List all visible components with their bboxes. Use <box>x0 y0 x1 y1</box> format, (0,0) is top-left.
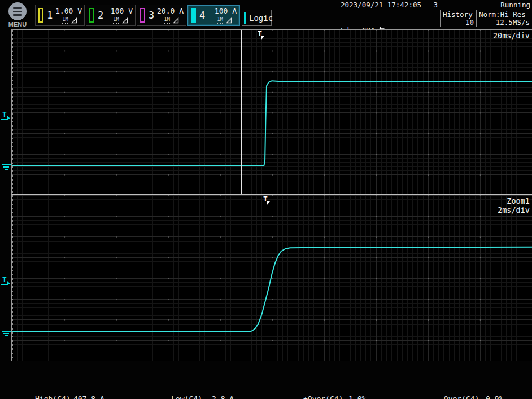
record-mode: Norm:Hi-Res <box>479 11 530 19</box>
low-value: 3.8 A <box>212 395 234 399</box>
history-value: 10 <box>465 18 474 27</box>
zoom-timebase-label: 2ms/div <box>498 205 530 214</box>
ground-level-marker-zoom[interactable] <box>1 331 11 337</box>
measurement-high-rise: High(C4)407.8 A Rise(C4)0.86832ms <box>35 379 113 399</box>
menu-button[interactable]: MENU <box>5 1 30 28</box>
logic-label: Logic <box>249 14 273 23</box>
channel-2-color-bar <box>89 8 94 23</box>
menu-button-label: MENU <box>5 21 30 28</box>
waveform-ch4-main <box>12 30 532 195</box>
trigger-position-marker-zoom[interactable]: T <box>263 196 271 205</box>
channel-4-box[interactable]: 4 100 A 1M <box>187 5 240 26</box>
ground-level-marker-main[interactable] <box>1 164 11 171</box>
history-cell[interactable]: History 10 <box>440 10 476 27</box>
pover-value: 1.0% <box>348 395 366 399</box>
sample-rate: 12.5MS/s <box>496 18 530 27</box>
low-label: Low(C4) <box>163 395 202 399</box>
history-label: History <box>443 11 474 19</box>
channel-2-scale: 100 V <box>111 7 133 15</box>
impedance-1m-icon: 1M <box>62 16 68 24</box>
channel-4-scale: 100 A <box>215 7 237 15</box>
impedance-1m-icon: 1M <box>164 16 170 24</box>
record-cell[interactable]: Norm:Hi-Res 12.5MS/s <box>476 10 532 27</box>
impedance-1m-icon: 1M <box>113 16 119 24</box>
status-row-top: 2023/09/21 17:42:05 3 Running <box>338 0 532 10</box>
measurement-pos-overshoot: +Over(C4)1.0% <box>303 379 366 399</box>
zoom-title: Zoom1 <box>498 196 530 205</box>
hamburger-menu-icon <box>8 2 27 20</box>
acquisition-count: 3 <box>433 1 438 9</box>
probe-icon <box>71 17 77 24</box>
channel-4-number: 4 <box>199 10 207 21</box>
zoom-region-right-line[interactable] <box>294 30 294 194</box>
measurement-neg-overshoot: -Over(C4)0.9% <box>439 379 503 399</box>
high-value: 407.8 A <box>73 395 104 399</box>
run-state: Running <box>500 1 530 9</box>
probe-icon <box>226 17 232 24</box>
probe-icon <box>122 17 128 24</box>
probe-icon <box>173 17 179 24</box>
channel-1-box[interactable]: 1 1.00 V 1M <box>35 5 85 26</box>
waveform-ch4-zoom <box>12 195 532 361</box>
zoom-region-left-line[interactable] <box>241 30 242 194</box>
channel-3-number: 3 <box>149 10 156 21</box>
channel-3-box[interactable]: 3 20.0 A 1M <box>137 5 186 26</box>
nover-label: -Over(C4) <box>439 395 486 399</box>
trigger-level-marker-zoom[interactable]: T <box>1 276 11 283</box>
channel-1-color-bar <box>38 8 43 23</box>
trigger-level-marker-main[interactable]: T <box>1 111 11 118</box>
pover-label: +Over(C4) <box>303 395 348 399</box>
measurement-readout-bar: High(C4)407.8 A Rise(C4)0.86832ms Low(C4… <box>0 375 532 399</box>
logic-channel-box[interactable]: Logic <box>242 10 272 26</box>
channel-1-number: 1 <box>47 10 55 21</box>
channel-4-color-bar <box>191 8 196 23</box>
main-timebase-label: 20ms/div <box>493 31 530 40</box>
datetime: 2023/09/21 17:42:05 <box>341 1 421 9</box>
zoom-window-label: Zoom1 2ms/div <box>498 196 530 214</box>
nover-value: 0.9% <box>486 395 503 399</box>
trigger-settings-cell[interactable]: Edge CH4 Normal 213 A <box>338 10 440 27</box>
status-block: 2023/09/21 17:42:05 3 Running Edge CH4 N… <box>338 0 532 27</box>
channel-3-scale: 20.0 A <box>157 7 184 15</box>
high-label: High(C4) <box>35 395 73 399</box>
oscilloscope-screen: MENU 1 1.00 V 1M 2 100 V 1M 3 20.0 A <box>0 0 532 399</box>
measurement-low-fall: Low(C4)3.8 A Fall(C4)****** <box>163 379 238 399</box>
trigger-position-marker-main[interactable]: T <box>258 30 265 40</box>
channel-2-box[interactable]: 2 100 V 1M <box>86 5 136 26</box>
logic-color-bar <box>244 12 246 24</box>
channel-3-color-bar <box>140 8 145 23</box>
channel-1-scale: 1.00 V <box>55 7 82 15</box>
main-waveform-window[interactable]: T 20ms/div <box>11 29 532 195</box>
channel-2-number: 2 <box>98 10 106 21</box>
impedance-1m-icon: 1M <box>217 16 223 24</box>
zoom-waveform-window[interactable]: T Zoom1 2ms/div <box>11 195 532 361</box>
